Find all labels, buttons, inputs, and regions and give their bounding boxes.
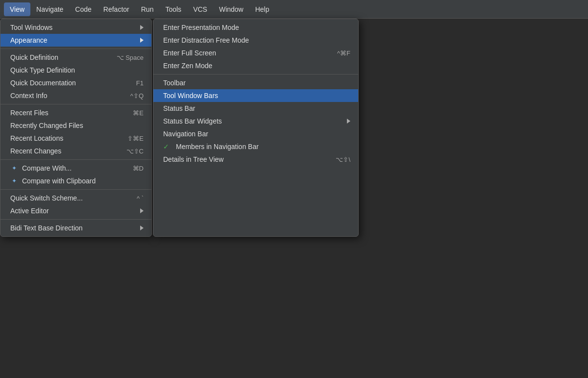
separator-5 (0, 219, 151, 220)
compare-with-icon: ✦ (10, 165, 18, 172)
menu-item-presentation-mode[interactable]: Enter Presentation Mode (153, 21, 358, 34)
menu-item-recent-files[interactable]: Recent Files ⌘E (0, 106, 151, 119)
menu-tools[interactable]: Tools (159, 2, 187, 16)
tool-windows-arrow-icon (140, 25, 144, 30)
members-nav-bar-check-icon: ✓ (163, 143, 169, 151)
primary-menu: Tool Windows Appearance Quick Definition… (0, 19, 152, 237)
details-tree-view-label: Details in Tree View (163, 155, 223, 163)
menu-code[interactable]: Code (69, 2, 97, 16)
menu-item-quick-switch[interactable]: Quick Switch Scheme... ^ ` (0, 192, 151, 204)
menu-refactor[interactable]: Refactor (98, 2, 135, 16)
menu-window[interactable]: Window (213, 2, 249, 16)
recent-files-shortcut: ⌘E (133, 109, 144, 117)
separator-sub-1 (153, 74, 358, 75)
compare-with-label: Compare With... (22, 164, 72, 172)
recent-changes-label: Recent Changes (10, 147, 61, 155)
active-editor-arrow-icon (140, 208, 144, 213)
separator-1 (0, 49, 151, 49)
quick-switch-label: Quick Switch Scheme... (10, 194, 83, 202)
tool-windows-label: Tool Windows (10, 24, 52, 31)
compare-clipboard-label: Compare with Clipboard (22, 177, 96, 185)
status-bar-widgets-label: Status Bar Widgets (163, 117, 222, 125)
recent-locations-shortcut: ⇧⌘E (127, 135, 144, 142)
details-tree-view-shortcut: ⌥⇧\ (336, 156, 350, 163)
compare-with-shortcut: ⌘D (133, 165, 144, 172)
quick-definition-shortcut: ⌥ Space (117, 54, 144, 61)
tool-window-bars-label: Tool Window Bars (163, 92, 218, 100)
members-nav-bar-label: Members in Navigation Bar (176, 143, 259, 151)
bidi-text-arrow-icon (140, 226, 144, 230)
menu-item-active-editor[interactable]: Active Editor (0, 204, 151, 217)
menu-item-members-nav-bar[interactable]: ✓ Members in Navigation Bar (153, 140, 358, 153)
recently-changed-label: Recently Changed Files (10, 122, 83, 129)
quick-documentation-shortcut: F1 (136, 79, 144, 87)
menu-item-recent-changes[interactable]: Recent Changes ⌥⇧C (0, 145, 151, 157)
menu-item-context-info[interactable]: Context Info ^⇧Q (0, 89, 151, 102)
separator-3 (0, 159, 151, 160)
menu-item-recent-locations[interactable]: Recent Locations ⇧⌘E (0, 132, 151, 145)
presentation-mode-label: Enter Presentation Mode (163, 24, 239, 31)
menu-view[interactable]: View (4, 2, 30, 16)
menu-item-bidi-text[interactable]: Bidi Text Base Direction (0, 222, 151, 234)
quick-definition-label: Quick Definition (10, 53, 58, 61)
menu-item-distraction-free[interactable]: Enter Distraction Free Mode (153, 34, 358, 47)
separator-2 (0, 104, 151, 104)
bidi-text-label: Bidi Text Base Direction (10, 224, 83, 232)
menubar: View Navigate Code Refactor Run Tools VC… (0, 0, 588, 19)
menu-navigate[interactable]: Navigate (30, 2, 69, 16)
toolbar-label: Toolbar (163, 79, 186, 87)
menu-item-compare-clipboard[interactable]: ✦ Compare with Clipboard (0, 175, 151, 187)
menu-item-compare-with[interactable]: ✦ Compare With... ⌘D (0, 162, 151, 175)
menu-help[interactable]: Help (249, 2, 275, 16)
menu-item-quick-documentation[interactable]: Quick Documentation F1 (0, 76, 151, 89)
menu-item-zen-mode[interactable]: Enter Zen Mode (153, 59, 358, 72)
quick-type-definition-label: Quick Type Definition (10, 66, 75, 74)
compare-clipboard-icon: ✦ (10, 177, 18, 184)
menu-run[interactable]: Run (135, 2, 160, 16)
context-info-shortcut: ^⇧Q (130, 92, 144, 100)
menu-item-full-screen[interactable]: Enter Full Screen ^⌘F (153, 47, 358, 59)
appearance-submenu: Enter Presentation Mode Enter Distractio… (153, 19, 359, 237)
menu-item-appearance[interactable]: Appearance (0, 34, 151, 47)
appearance-arrow-icon (140, 38, 144, 43)
zen-mode-label: Enter Zen Mode (163, 62, 212, 70)
full-screen-shortcut: ^⌘F (337, 50, 350, 57)
menu-vcs[interactable]: VCS (187, 2, 213, 16)
quick-switch-shortcut: ^ ` (137, 195, 144, 202)
navigation-bar-label: Navigation Bar (163, 130, 208, 138)
menu-item-toolbar[interactable]: Toolbar (153, 76, 358, 89)
recent-changes-shortcut: ⌥⇧C (126, 148, 144, 155)
menu-item-recently-changed[interactable]: Recently Changed Files (0, 119, 151, 132)
context-info-label: Context Info (10, 92, 48, 100)
menu-item-tool-windows[interactable]: Tool Windows (0, 21, 151, 34)
menu-item-details-tree-view[interactable]: Details in Tree View ⌥⇧\ (153, 153, 358, 166)
view-menu-dropdown: Tool Windows Appearance Quick Definition… (0, 19, 359, 237)
menu-item-tool-window-bars[interactable]: Tool Window Bars (153, 89, 358, 102)
menu-item-status-bar-widgets[interactable]: Status Bar Widgets (153, 115, 358, 127)
distraction-free-label: Enter Distraction Free Mode (163, 36, 249, 44)
quick-documentation-label: Quick Documentation (10, 79, 76, 87)
menu-item-quick-type-definition[interactable]: Quick Type Definition (0, 64, 151, 76)
menu-item-status-bar[interactable]: Status Bar (153, 102, 358, 115)
menu-item-quick-definition[interactable]: Quick Definition ⌥ Space (0, 51, 151, 64)
status-bar-widgets-arrow-icon (347, 119, 350, 124)
recent-locations-label: Recent Locations (10, 134, 63, 142)
menu-item-navigation-bar[interactable]: Navigation Bar (153, 127, 358, 140)
active-editor-label: Active Editor (10, 207, 49, 215)
recent-files-label: Recent Files (10, 109, 49, 117)
separator-4 (0, 189, 151, 190)
full-screen-label: Enter Full Screen (163, 49, 216, 57)
status-bar-label: Status Bar (163, 104, 195, 112)
appearance-label: Appearance (10, 36, 48, 44)
